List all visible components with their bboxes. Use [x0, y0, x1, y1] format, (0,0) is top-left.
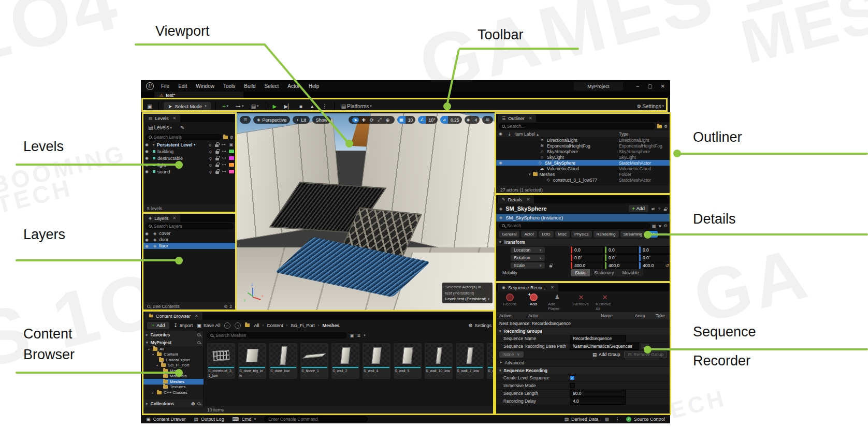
level-row-persistent[interactable]: ◉ ▾ Persistent Level • ϙ ⊶ ▣ [143, 141, 236, 148]
asset-tile[interactable]: S_door_big_low [238, 343, 266, 379]
eye-icon[interactable]: ◉ [145, 149, 151, 154]
add-component-button[interactable]: + Add [629, 205, 648, 212]
lock-icon[interactable] [664, 209, 667, 211]
save-level-icon[interactable]: ▣ [228, 142, 234, 147]
outliner-row[interactable]: ∩SkyAtmosphere SkyAtmosphere [496, 149, 670, 154]
rotation-snap-control[interactable]: ∠ 10° [418, 116, 438, 124]
close-icon[interactable]: ✕ [195, 314, 198, 318]
eye-icon[interactable]: ◉ [145, 231, 151, 236]
world-space-toggle[interactable]: ⊕ [384, 117, 392, 123]
asset-tile[interactable]: S_wall_5 [394, 343, 422, 379]
add-button[interactable]: +Add [524, 293, 543, 311]
outliner-row-selected[interactable]: ◉ ◇SM_SkySphere StaticMeshActor [496, 160, 670, 166]
remove-button[interactable]: ✕Remove [572, 293, 590, 311]
add-group-button[interactable]: ▤ Add Group [592, 352, 620, 357]
star-icon[interactable]: ★ [658, 224, 662, 228]
rotation-dropdown[interactable]: Rotation∨ [511, 255, 545, 261]
back-button[interactable]: ← [224, 322, 230, 329]
expand-icon[interactable]: ▾ [153, 143, 155, 147]
expand-icon[interactable]: ▾ [529, 172, 531, 176]
blueprint-icon[interactable]: ⊶ [221, 142, 226, 147]
eye-icon[interactable]: ◉ [145, 156, 151, 160]
sequence-length-field[interactable] [570, 390, 626, 397]
outliner-search[interactable] [499, 123, 655, 129]
menu-window[interactable]: Window [196, 83, 214, 89]
close-icon[interactable]: ✕ [551, 285, 554, 290]
eye-icon[interactable]: ◉ [145, 169, 151, 174]
create-level-sequence-checkbox[interactable]: ✓ [570, 375, 575, 380]
details-search[interactable] [499, 223, 650, 229]
lock-icon[interactable] [215, 165, 219, 167]
move-tool[interactable]: ✚ [360, 117, 367, 123]
close-icon[interactable]: ✕ [172, 216, 176, 220]
eye-icon[interactable]: ◉ [145, 142, 151, 147]
eye-icon[interactable]: ◉ [145, 244, 151, 248]
folder-icon[interactable] [223, 136, 228, 139]
tab-details[interactable]: ✎ Details ✕ [498, 196, 534, 203]
selected-actor-overlay[interactable]: Selected Actor(s) in test (Persistent) L… [442, 283, 493, 303]
immersive-mode-checkbox[interactable] [570, 383, 575, 388]
tab-streaming[interactable]: Streaming [620, 231, 645, 238]
camera-speed-control[interactable]: ◉ 4 [465, 116, 480, 124]
layer-row-floor[interactable]: ◉ ◈ floor [143, 243, 236, 249]
scale-x-field[interactable]: 400.0 [571, 262, 604, 269]
scale-dropdown[interactable]: Scale∨ [511, 262, 545, 269]
grid-icon[interactable]: ▦ [652, 224, 656, 228]
stop-button[interactable]: ■ [297, 102, 305, 110]
location-y-field[interactable]: 0.0 [605, 246, 638, 254]
layer-row-cover[interactable]: ◉ ◈ cover [143, 230, 236, 237]
sequence-name-field[interactable] [570, 335, 626, 342]
viewport-menu-button[interactable]: ☰ [240, 116, 251, 124]
crumb-scifiport[interactable]: Sci_Fi_Port [291, 323, 315, 328]
search-icon[interactable] [197, 341, 200, 344]
tree-item-materials[interactable]: Materials [143, 374, 204, 379]
asset-search[interactable] [207, 332, 347, 338]
outliner-row-folder[interactable]: ▾Meshes Folder [496, 171, 670, 177]
tab-lod[interactable]: LOD [539, 231, 553, 238]
play-button[interactable]: ▶ [271, 102, 279, 110]
tab-content-browser[interactable]: Content Browser ✕ [144, 312, 202, 320]
gear-icon[interactable]: ⚙ [230, 135, 234, 140]
menu-file[interactable]: File [161, 83, 169, 89]
tree-item-textures[interactable]: Textures [143, 385, 204, 390]
location-z-field[interactable]: 0.0 [639, 246, 670, 254]
lighting-icon[interactable]: ϙ [208, 169, 213, 174]
tree-item-all[interactable]: ▾All [143, 346, 204, 352]
console-command-input[interactable] [268, 417, 364, 422]
tree-item-chaosexport[interactable]: ChaosExport [143, 357, 204, 363]
content-drawer-button[interactable]: ▣ Content Drawer [146, 417, 186, 422]
cb-settings-dropdown[interactable]: ⚙ Settings [468, 323, 491, 328]
console-command-box[interactable] [264, 416, 368, 422]
asset-tile[interactable]: S_construct_3_1_low [207, 343, 235, 379]
reset-to-default-icon[interactable]: ↺ [665, 263, 669, 268]
lock-icon[interactable] [215, 144, 219, 147]
close-button[interactable]: ✕ [661, 83, 665, 89]
add-actor-dropdown[interactable]: +▾ [221, 102, 230, 110]
lock-icon[interactable] [215, 151, 219, 154]
tab-layers[interactable]: ◈ Layers ✕ [144, 214, 180, 222]
gear-icon[interactable]: ⚙ [664, 124, 668, 129]
pin-column-icon[interactable]: ⇣ [508, 131, 511, 137]
level-color-chip[interactable] [229, 156, 234, 160]
tab-levels[interactable]: ▤ Levels ✕ [144, 114, 180, 122]
tab-physics[interactable]: Physics [571, 231, 592, 238]
asset-search-input[interactable] [215, 333, 344, 338]
lit-dropdown[interactable]: ◐ Lit [293, 116, 309, 124]
collections-header[interactable]: ▸ Collections ⊕ [143, 400, 204, 407]
maximize-viewport-button[interactable]: ⊞ [482, 116, 493, 124]
stats-icon[interactable]: ▥ [604, 417, 609, 422]
edit-levels-icon[interactable]: ✎ [178, 124, 186, 131]
lighting-icon[interactable]: ϙ [207, 142, 213, 147]
blueprint-icon[interactable]: ⊶ [221, 149, 227, 154]
favorites-header[interactable]: ▸ Favorites [143, 331, 204, 338]
eye-icon[interactable]: ◉ [499, 160, 504, 165]
tree-item-cpp-classes[interactable]: ▸C++ Classes [143, 390, 204, 395]
see-contents-link[interactable]: See Contents [153, 304, 180, 309]
layers-search-input[interactable] [154, 224, 230, 229]
asset-tile[interactable]: S_wall_2 [331, 343, 359, 379]
layer-row-door[interactable]: ◉ ◈ door [143, 237, 236, 243]
add-player-button[interactable]: ♟Add Player [548, 293, 567, 311]
outliner-row[interactable]: ☼SkyLight SkyLight [496, 154, 670, 160]
import-button[interactable]: ↧ Import [173, 323, 193, 328]
record-button[interactable]: Record [500, 293, 519, 311]
